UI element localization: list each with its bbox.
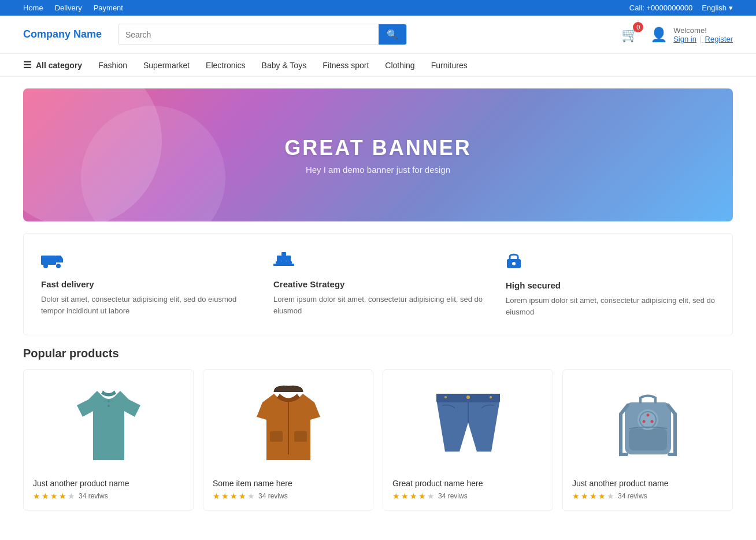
all-category-button[interactable]: ☰ All category (23, 60, 82, 71)
nav-electronics[interactable]: Electronics (206, 61, 245, 70)
svg-rect-17 (270, 431, 283, 442)
svg-point-26 (490, 396, 492, 398)
svg-point-24 (466, 395, 470, 399)
search-button[interactable]: 🔍 (379, 24, 406, 45)
feature-secured-title: High secured (506, 280, 715, 290)
user-icon: 👤 (650, 27, 668, 43)
main-nav: ☰ All category Fashion Supermarket Elect… (0, 54, 756, 77)
product-card-3[interactable]: Great product name here ★ ★ ★ ★ ★ 34 rev… (383, 369, 553, 511)
feature-strategy-desc: Lorem ipsum dolor sit amet, consectetur … (273, 294, 483, 316)
feature-delivery-desc: Dolor sit amet, consectetur adipisicing … (41, 294, 250, 316)
banner-title: GREAT BANNER (284, 136, 471, 160)
products-grid: Just another product name ★ ★ ★ ★ ★ 34 r… (23, 369, 733, 511)
top-bar: Home Delivery Payment Call: +0000000000 … (0, 0, 756, 16)
feature-strategy-title: Creative Strategy (273, 279, 483, 289)
language-dropdown[interactable]: English ▾ (702, 3, 733, 12)
popular-title: Popular products (23, 347, 733, 360)
nav-fashion[interactable]: Fashion (98, 61, 127, 70)
svg-point-15 (108, 405, 110, 407)
svg-rect-10 (286, 256, 291, 261)
svg-point-31 (646, 414, 649, 417)
stars-3: ★ ★ ★ ★ ★ (392, 491, 435, 501)
svg-rect-28 (629, 428, 667, 450)
top-nav-links: Home Delivery Payment (23, 3, 123, 12)
svg-point-33 (650, 420, 653, 423)
welcome-text: Welcome! (673, 26, 733, 35)
register-link[interactable]: Register (705, 35, 733, 43)
auth-divider: | (700, 35, 704, 43)
star-3: ★ (50, 491, 58, 501)
nav-delivery[interactable]: Delivery (55, 3, 82, 12)
star-1: ★ (33, 491, 40, 501)
product-name-1: Just another product name (33, 479, 184, 488)
product-rating-1: ★ ★ ★ ★ ★ 34 reviws (33, 491, 184, 501)
user-area[interactable]: 👤 Welcome! Sign in | Register (650, 26, 733, 43)
product-card-4[interactable]: Just another product name ★ ★ ★ ★ ★ 34 r… (562, 369, 733, 511)
svg-point-25 (444, 396, 447, 398)
star-2: ★ (42, 491, 49, 501)
feature-delivery-title: Fast delivery (41, 279, 250, 289)
language-label: English (702, 3, 727, 12)
search-icon: 🔍 (387, 29, 398, 39)
nav-home[interactable]: Home (23, 3, 43, 12)
search-bar: 🔍 (118, 24, 407, 45)
logo[interactable]: Company Name (23, 28, 104, 40)
call-label: Call: +0000000000 (629, 3, 693, 12)
product-name-3: Great product name here (392, 479, 543, 488)
svg-point-13 (512, 262, 516, 265)
hero-banner: GREAT BANNER Hey I am demo banner just f… (23, 88, 733, 221)
nav-furnitures[interactable]: Furnitures (431, 61, 468, 70)
cart-badge: 0 (633, 22, 643, 32)
banner-subtitle: Hey I am demo banner just for design (306, 165, 450, 175)
delivery-icon (41, 251, 250, 272)
svg-rect-7 (276, 261, 292, 264)
nav-payment[interactable]: Payment (94, 3, 123, 12)
chevron-down-icon: ▾ (729, 3, 733, 12)
nav-baby-toys[interactable]: Baby & Toys (262, 61, 307, 70)
svg-rect-18 (294, 431, 307, 442)
signin-link[interactable]: Sign in (673, 35, 696, 43)
product-card-2[interactable]: Some item name here ★ ★ ★ ★ ★ 34 reviws (203, 369, 373, 511)
top-bar-right: Call: +0000000000 English ▾ (629, 3, 733, 12)
star-5: ★ (68, 491, 75, 501)
user-text: Welcome! Sign in | Register (673, 26, 733, 43)
product-name-4: Just another product name (572, 479, 723, 488)
product-name-2: Some item name here (213, 479, 364, 488)
header-right: 🛒 0 👤 Welcome! Sign in | Register (621, 26, 733, 43)
features-section: Fast delivery Dolor sit amet, consectetu… (23, 233, 733, 335)
review-count-2: 34 reviws (258, 492, 288, 500)
product-image-2 (213, 379, 364, 472)
feature-secured-desc: Lorem ipsum dolor sit amet, consectetur … (506, 295, 715, 317)
product-rating-3: ★ ★ ★ ★ ★ 34 reviws (392, 491, 543, 501)
feature-delivery: Fast delivery Dolor sit amet, consectetu… (41, 251, 250, 317)
product-image-4 (572, 379, 723, 472)
stars-1: ★ ★ ★ ★ ★ (33, 491, 75, 501)
svg-point-32 (642, 420, 645, 423)
review-count-1: 34 reviws (79, 492, 108, 500)
svg-marker-5 (56, 256, 63, 262)
stars-2: ★ ★ ★ ★ ★ (213, 491, 255, 501)
star-4: ★ (59, 491, 66, 501)
nav-supermarket[interactable]: Supermarket (143, 61, 190, 70)
svg-point-3 (56, 264, 61, 268)
product-rating-2: ★ ★ ★ ★ ★ 34 reviws (213, 491, 364, 501)
stars-4: ★ ★ ★ ★ ★ (572, 491, 614, 501)
svg-rect-8 (281, 252, 286, 261)
svg-rect-11 (273, 264, 294, 266)
search-input[interactable] (118, 24, 379, 45)
product-image-1 (33, 379, 184, 472)
lock-icon (506, 251, 715, 273)
cart-button[interactable]: 🛒 0 (621, 27, 639, 43)
nav-clothing[interactable]: Clothing (385, 61, 414, 70)
feature-secured: High secured Lorem ipsum dolor sit amet,… (506, 251, 715, 317)
product-rating-4: ★ ★ ★ ★ ★ 34 reviws (572, 491, 723, 501)
hamburger-icon: ☰ (23, 60, 31, 71)
svg-rect-4 (41, 256, 56, 265)
review-count-4: 34 reviws (618, 492, 647, 500)
popular-products-section: Popular products Just another product na… (23, 347, 733, 511)
header: Company Name 🔍 🛒 0 👤 Welcome! Sign in | … (0, 16, 756, 54)
product-card-1[interactable]: Just another product name ★ ★ ★ ★ ★ 34 r… (23, 369, 194, 511)
product-image-3 (392, 379, 543, 472)
nav-fitness[interactable]: Fitness sport (323, 61, 369, 70)
svg-rect-22 (486, 394, 490, 400)
